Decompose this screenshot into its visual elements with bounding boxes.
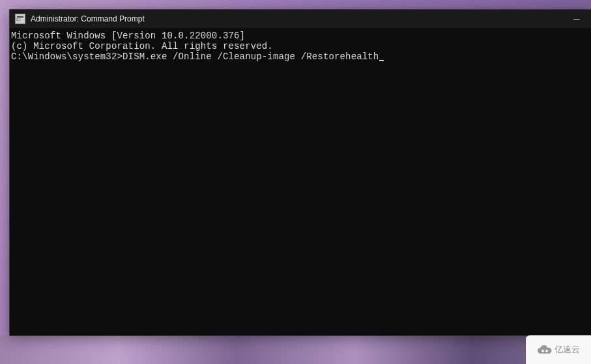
cloud-icon <box>538 345 552 354</box>
minimize-button[interactable] <box>562 10 591 28</box>
terminal-version-line: Microsoft Windows [Version 10.0.22000.37… <box>11 31 590 41</box>
window-title: Administrator: Command Prompt <box>31 14 145 23</box>
terminal-cursor <box>379 60 384 61</box>
cmd-icon <box>15 14 25 24</box>
command-prompt-window: Administrator: Command Prompt Microsoft … <box>9 9 591 336</box>
terminal-output[interactable]: Microsoft Windows [Version 10.0.22000.37… <box>10 28 591 335</box>
terminal-prompt-line: C:\Windows\system32>DISM.exe /Online /Cl… <box>11 51 590 62</box>
terminal-command: DISM.exe /Online /Cleanup-image /Restore… <box>123 51 379 62</box>
terminal-prompt: C:\Windows\system32> <box>11 51 123 62</box>
watermark-badge: 亿速云 <box>526 335 591 364</box>
window-controls <box>562 10 591 28</box>
terminal-copyright-line: (c) Microsoft Corporation. All rights re… <box>11 41 590 51</box>
desktop-wallpaper-bottom <box>0 335 591 364</box>
watermark-text: 亿速云 <box>555 344 580 356</box>
minimize-icon <box>573 19 580 20</box>
window-titlebar[interactable]: Administrator: Command Prompt <box>10 10 591 28</box>
